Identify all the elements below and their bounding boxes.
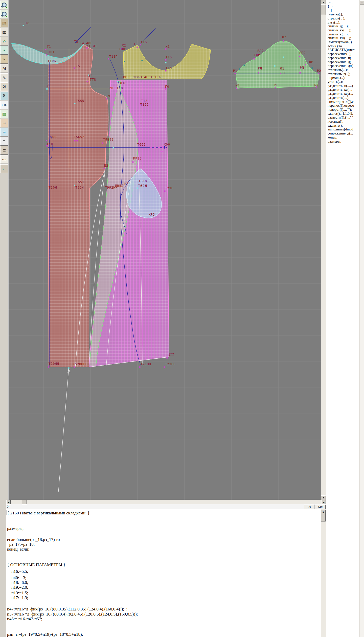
zoom-out-tool[interactable]: − <box>0 10 8 18</box>
command-item[interactable]: перенос((),отрезо <box>328 104 358 107</box>
point-marker[interactable] <box>74 367 75 368</box>
point-marker[interactable] <box>74 185 75 186</box>
point-marker[interactable] <box>167 357 168 359</box>
point-marker[interactable] <box>74 140 76 142</box>
command-item[interactable]: отложить в(..); <box>328 72 358 76</box>
segment-tool[interactable]: •╱• <box>0 37 8 46</box>
point-marker[interactable] <box>299 56 301 57</box>
g-letter-tool[interactable]: G <box>0 82 8 91</box>
point-marker[interactable] <box>46 54 47 56</box>
point-marker[interactable] <box>300 72 301 74</box>
command-item[interactable]: нормаль(..); <box>328 76 358 80</box>
point-marker[interactable] <box>305 64 306 65</box>
point-marker[interactable] <box>124 61 125 62</box>
point-marker[interactable] <box>45 49 47 50</box>
editor-vscrollbar[interactable]: ▲ <box>321 509 326 637</box>
command-item[interactable]: ломаная(); <box>328 120 358 123</box>
point-marker[interactable] <box>102 143 103 144</box>
size-table-tool[interactable]: ▤ <box>0 110 8 118</box>
point-marker[interactable] <box>74 103 76 104</box>
point-marker[interactable] <box>283 57 284 58</box>
point-marker[interactable] <box>165 88 167 90</box>
scroll-up-button[interactable]: ▲ <box>321 0 326 5</box>
command-item[interactable]: сплайн к(....); <box>328 32 358 36</box>
panel-vscrollbar[interactable]: ⌃ <box>359 0 364 637</box>
command-item[interactable]: сопряжение д(... <box>328 131 358 135</box>
command-item[interactable]: развести((),(),.."" <box>328 116 358 119</box>
pattern-photo-tool[interactable]: ▧ <box>0 19 8 27</box>
command-item[interactable]: ЗАПИСАТЬ(имя= <box>328 48 358 52</box>
command-item[interactable]: :=точка(.); <box>328 12 358 16</box>
command-item[interactable]: размеры; <box>328 140 358 143</box>
point-marker[interactable] <box>236 88 238 89</box>
point-marker[interactable] <box>239 69 240 70</box>
command-item[interactable]: разделить н(.....) <box>328 84 358 88</box>
command-item[interactable]: сплайн д(....); <box>328 24 358 28</box>
command-item[interactable]: угол к(..); <box>328 80 358 84</box>
point-marker[interactable] <box>104 168 105 169</box>
grid-table-tool[interactable]: ▦ <box>0 28 8 36</box>
point-marker[interactable] <box>164 191 166 192</box>
command-item[interactable]: симметрия л((),с <box>328 100 358 104</box>
m-letter-tool[interactable]: M <box>0 64 8 73</box>
point-marker[interactable] <box>254 58 255 60</box>
escroll-thumb[interactable] <box>321 514 326 521</box>
point-marker[interactable] <box>165 59 167 61</box>
point-marker[interactable] <box>275 87 276 88</box>
point-marker[interactable] <box>108 58 109 60</box>
point-marker[interactable] <box>258 72 259 74</box>
scroll-down-button[interactable]: ▼ <box>321 495 326 500</box>
command-item[interactable]: [ ] <box>328 8 358 12</box>
scroll-up-button[interactable]: ⌃ <box>360 1 364 5</box>
point-marker[interactable] <box>74 67 75 69</box>
model-photo-tool[interactable]: ☺ <box>0 119 8 127</box>
command-item[interactable]: конец; <box>328 135 358 139</box>
point-marker[interactable] <box>165 62 167 63</box>
command-item[interactable]: выполнить(dmod <box>328 127 358 131</box>
script-editor[interactable]: { 2160 Платье с вертикальными складками … <box>6 509 321 637</box>
exit-arrow-tool[interactable]: ← <box>0 164 8 173</box>
point-marker[interactable] <box>106 98 107 100</box>
command-item[interactable]: :=метка(точка(.).. <box>328 40 358 44</box>
rz-button[interactable]: Рз <box>304 505 314 509</box>
point-marker[interactable] <box>140 44 141 46</box>
point-marker[interactable] <box>113 147 114 149</box>
point-marker[interactable] <box>165 147 166 148</box>
scroll-right-button[interactable]: ▶ <box>322 500 326 504</box>
ml-button[interactable]: Мл <box>315 505 326 509</box>
alg-page-tool[interactable]: ALG <box>0 155 8 164</box>
point-marker[interactable] <box>117 81 118 82</box>
command-item[interactable]: поворот((),...""); <box>328 108 358 111</box>
point-marker[interactable] <box>68 368 70 369</box>
canvas-vscrollbar[interactable]: ▲ ▼ <box>321 0 326 500</box>
command-item[interactable]: пересечение н(.. <box>328 56 358 60</box>
point-marker[interactable] <box>46 140 47 141</box>
point-marker[interactable] <box>274 65 276 67</box>
pattern-canvas[interactable]: Т0Т1Т01Т10БТ3Т4Т40БХ1 Я1Т5Т8ТТ8Г1Т11ПХ2Т… <box>8 0 321 500</box>
point-marker[interactable] <box>235 73 236 74</box>
drafting-tools[interactable]: ✎ <box>0 73 8 82</box>
point-marker[interactable] <box>47 88 48 90</box>
3d-view-tool[interactable]: 3D <box>0 128 8 136</box>
command-item[interactable]: пересечение д(.. <box>328 60 358 64</box>
command-item[interactable]: разделить ксу(... <box>328 92 358 96</box>
vscroll-thumb[interactable] <box>321 4 326 15</box>
point-marker[interactable] <box>164 367 165 368</box>
point-marker[interactable] <box>77 140 78 142</box>
i66-file-tool[interactable]: i_66. <box>0 101 8 109</box>
command-item[interactable]: сжать((),..1.1.0.9. <box>328 112 358 116</box>
canvas-hscrollbar[interactable]: ◀ ▶ <box>6 500 326 504</box>
command-item[interactable]: пересечение(..); <box>328 52 358 56</box>
journals-tool[interactable]: ≣ <box>0 146 8 155</box>
pattern-page-tool[interactable]: ✂ <box>0 55 8 64</box>
point-marker[interactable] <box>23 25 24 26</box>
point-marker[interactable] <box>87 81 88 82</box>
scroll-left-button[interactable]: ◀ <box>6 500 11 504</box>
point-marker[interactable] <box>165 70 167 72</box>
point-marker[interactable] <box>244 65 245 66</box>
command-item[interactable]: если () то <box>328 44 358 48</box>
point-marker[interactable] <box>137 188 138 189</box>
command-item[interactable]: { } <box>328 5 358 8</box>
command-item[interactable]: сплайн кП(....); <box>328 36 358 40</box>
command-item[interactable]: отрезок( . ); <box>328 16 358 20</box>
